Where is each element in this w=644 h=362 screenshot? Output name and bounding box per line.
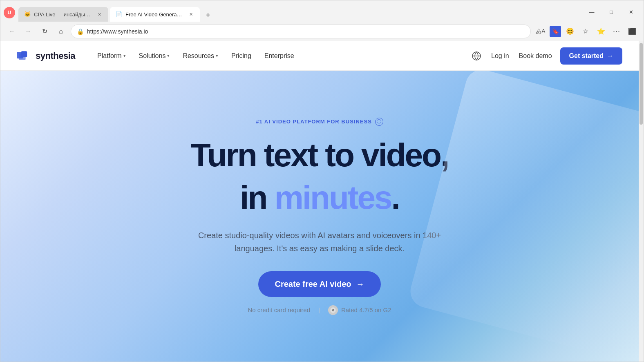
g2-rating-text: Rated 4.7/5 on G2 — [341, 306, 391, 313]
collections-icon[interactable]: ⭐ — [595, 25, 608, 38]
resources-chevron-icon: ▾ — [216, 53, 218, 58]
logo-icon — [17, 50, 31, 62]
divider: | — [318, 306, 320, 313]
platform-chevron-icon: ▾ — [123, 53, 126, 58]
nav-label-pricing: Pricing — [231, 52, 251, 60]
badge-text: #1 AI VIDEO PLATFORM FOR BUSINESS — [256, 118, 372, 125]
hero-title-line1: Turn text to video, — [191, 137, 448, 173]
forward-button[interactable]: → — [22, 25, 35, 38]
globe-icon[interactable] — [470, 49, 483, 63]
get-started-label: Get started — [569, 52, 604, 60]
address-bar[interactable]: 🔒 https://www.synthesia.io — [71, 25, 531, 38]
nav-label-solutions: Solutions — [139, 52, 166, 60]
create-video-button[interactable]: Create free AI video → — [258, 271, 380, 297]
tab-synthesia[interactable]: 📄 Free AI Video Generator - Create ✕ — [110, 7, 200, 22]
profile-avatar[interactable]: U — [4, 7, 15, 18]
nav-item-solutions[interactable]: Solutions ▾ — [133, 49, 176, 63]
tab-close-1[interactable]: ✕ — [96, 11, 103, 18]
tab-cpa-live[interactable]: 🐱 CPA Live — инсайды рынка ✕ — [18, 7, 108, 22]
svg-text:G: G — [332, 308, 334, 311]
login-link[interactable]: Log in — [490, 49, 511, 63]
book-demo-link[interactable]: Book demo — [517, 49, 554, 63]
maximize-button[interactable]: □ — [602, 5, 621, 18]
tab-favicon-2: 📄 — [116, 11, 122, 18]
nav-item-enterprise[interactable]: Enterprise — [259, 49, 300, 63]
nav-item-resources[interactable]: Resources ▾ — [177, 49, 224, 63]
g2-rating: G Rated 4.7/5 on G2 — [328, 305, 391, 315]
nav-label-enterprise: Enterprise — [264, 52, 294, 60]
hero-title-in: in — [240, 179, 274, 216]
url-text: https://www.synthesia.io — [87, 28, 525, 35]
back-button[interactable]: ← — [5, 25, 18, 38]
badge-info-icon[interactable]: ⓘ — [375, 118, 383, 126]
security-icon: 🔒 — [77, 28, 84, 35]
hero-subtitle: Create studio-quality videos with AI ava… — [197, 229, 442, 255]
sidebar-toggle-button[interactable]: ⬛ — [626, 25, 639, 38]
hero-footer: No credit card required | G Rated 4.7/5 … — [248, 305, 391, 315]
more-menu-button[interactable]: ··· — [610, 25, 623, 38]
cta-label: Create free AI video — [275, 279, 351, 289]
no-credit-card-text: No credit card required — [248, 306, 310, 313]
reload-button[interactable]: ↻ — [38, 25, 51, 38]
get-started-arrow-icon: → — [607, 52, 613, 60]
scrollbar[interactable] — [639, 41, 644, 362]
copilot-icon[interactable]: 😊 — [564, 25, 577, 38]
hero-badge: #1 AI VIDEO PLATFORM FOR BUSINESS ⓘ — [256, 118, 383, 126]
tab-close-2[interactable]: ✕ — [188, 11, 194, 18]
nav-item-pricing[interactable]: Pricing — [226, 49, 257, 63]
g2-icon: G — [328, 305, 338, 315]
hero-title-dot: . — [391, 179, 399, 216]
tab-label-2: Free AI Video Generator - Create — [125, 11, 183, 18]
nav-label-platform: Platform — [97, 52, 122, 60]
hero-title-minutes: minutes — [275, 179, 391, 216]
home-button[interactable]: ⌂ — [54, 25, 67, 38]
minimize-button[interactable]: — — [582, 5, 601, 18]
hero-title-line2: in minutes. — [240, 180, 399, 216]
svg-rect-2 — [21, 51, 27, 57]
translate-icon[interactable]: あA — [534, 25, 547, 38]
scrollbar-thumb[interactable] — [640, 43, 643, 125]
logo-text: synthesia — [36, 51, 75, 61]
tab-favicon-1: 🐱 — [24, 11, 31, 18]
nav-label-resources: Resources — [183, 52, 214, 60]
sidebar-collections-icon[interactable]: 🔖 — [550, 26, 561, 37]
get-started-button[interactable]: Get started → — [560, 47, 622, 65]
favorites-icon[interactable]: ☆ — [579, 25, 592, 38]
close-button[interactable]: ✕ — [622, 5, 640, 18]
nav-item-platform[interactable]: Platform ▾ — [92, 49, 132, 63]
solutions-chevron-icon: ▾ — [167, 53, 170, 58]
cta-arrow-icon: → — [356, 279, 364, 289]
new-tab-button[interactable]: + — [201, 9, 215, 22]
logo[interactable]: synthesia — [17, 50, 75, 62]
tab-label-1: CPA Live — инсайды рынка — [34, 11, 91, 18]
